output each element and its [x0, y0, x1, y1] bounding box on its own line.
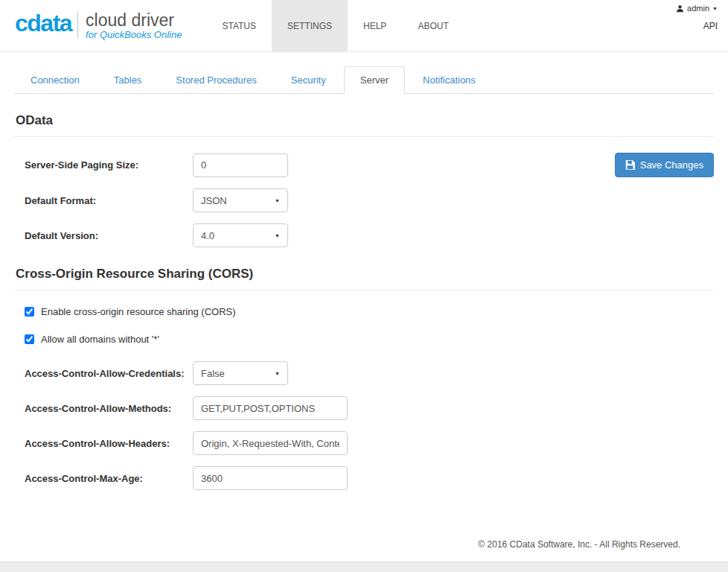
paging-size-label: Server-Side Paging Size: [14, 159, 193, 171]
allow-methods-input[interactable] [193, 396, 348, 420]
save-changes-button[interactable]: Save Changes [615, 153, 714, 177]
paging-size-row: Server-Side Paging Size: Save Changes [14, 153, 714, 177]
default-version-row: Default Version: 4.0 ▼ [14, 223, 714, 247]
allow-headers-input[interactable] [193, 431, 348, 455]
enable-cors-row: Enable cross-origin resource sharing (CO… [25, 306, 714, 317]
chevron-down-icon: ▼ [275, 198, 280, 203]
default-format-row: Default Format: JSON ▼ [14, 188, 714, 212]
allow-methods-label: Access-Control-Allow-Methods: [14, 403, 193, 414]
tab-security[interactable]: Security [275, 66, 342, 94]
navbar: cdata cloud driver for QuickBooks Online… [0, 0, 728, 52]
chevron-down-icon: ▼ [275, 233, 280, 238]
logo-divider [77, 11, 78, 38]
server-settings-panel: OData Server-Side Paging Size: Save Chan… [0, 94, 728, 527]
tab-notifications[interactable]: Notifications [406, 66, 492, 94]
tabs-container: Connection Tables Stored Procedures Secu… [0, 52, 728, 94]
nav-item-label: SETTINGS [287, 21, 332, 31]
user-icon [676, 4, 684, 13]
allow-all-domains-label[interactable]: Allow all domains without '*' [41, 334, 159, 345]
nav-item-label: STATUS [222, 21, 256, 31]
logo-product-text: cloud driver [86, 11, 182, 29]
chevron-down-icon: ▼ [712, 6, 718, 11]
nav-item-about[interactable]: ABOUT [402, 0, 464, 52]
tab-server[interactable]: Server [344, 66, 405, 94]
logo-cdata-text: cdata [15, 11, 71, 41]
settings-tabs: Connection Tables Stored Procedures Secu… [14, 66, 714, 94]
allow-credentials-select[interactable]: False ▼ [193, 361, 288, 385]
nav-item-status[interactable]: STATUS [206, 0, 272, 52]
allow-headers-label: Access-Control-Allow-Headers: [14, 438, 193, 449]
user-dropdown[interactable]: admin ▼ [676, 4, 718, 13]
section-divider [14, 136, 714, 137]
page: cdata cloud driver for QuickBooks Online… [0, 0, 728, 562]
user-name: admin [687, 4, 709, 13]
default-version-select[interactable]: 4.0 ▼ [193, 223, 288, 247]
default-format-label: Default Format: [14, 195, 193, 206]
cors-section-heading: Cross-Origin Resource Sharing (CORS) [16, 267, 712, 282]
main-nav: STATUS SETTINGS HELP ABOUT [206, 0, 464, 51]
navbar-right: admin ▼ API [676, 4, 718, 31]
logo-product-block: cloud driver for QuickBooks Online [86, 11, 182, 40]
nav-item-label: HELP [363, 21, 386, 31]
save-changes-label: Save Changes [640, 159, 703, 171]
save-icon [625, 160, 635, 170]
tab-connection[interactable]: Connection [14, 66, 96, 94]
allow-headers-row: Access-Control-Allow-Headers: [14, 431, 714, 455]
default-format-select[interactable]: JSON ▼ [193, 188, 288, 212]
allow-credentials-label: Access-Control-Allow-Credentials: [14, 368, 193, 379]
tab-stored-procedures[interactable]: Stored Procedures [159, 66, 272, 94]
brand-logo[interactable]: cdata cloud driver for QuickBooks Online [0, 0, 182, 51]
chevron-down-icon: ▼ [275, 371, 280, 376]
tab-tables[interactable]: Tables [98, 66, 159, 94]
default-version-label: Default Version: [14, 230, 193, 241]
odata-section-heading: OData [16, 113, 712, 128]
logo-subtitle-text: for QuickBooks Online [86, 29, 182, 40]
api-link[interactable]: API [676, 21, 718, 31]
nav-item-label: ABOUT [418, 21, 448, 31]
paging-size-input[interactable] [193, 153, 288, 177]
allow-all-domains-checkbox[interactable] [25, 334, 34, 344]
allow-all-domains-row: Allow all domains without '*' [25, 334, 714, 345]
default-format-value: JSON [201, 195, 227, 206]
max-age-input[interactable] [193, 466, 348, 490]
enable-cors-label[interactable]: Enable cross-origin resource sharing (CO… [41, 306, 236, 317]
default-version-value: 4.0 [201, 230, 214, 241]
allow-methods-row: Access-Control-Allow-Methods: [14, 396, 714, 420]
allow-credentials-row: Access-Control-Allow-Credentials: False … [14, 361, 714, 385]
footer-copyright: © 2016 CData Software, Inc. - All Rights… [0, 527, 728, 562]
enable-cors-checkbox[interactable] [25, 307, 34, 317]
max-age-row: Access-Control-Max-Age: [14, 466, 714, 490]
allow-credentials-value: False [201, 368, 225, 379]
section-divider [14, 290, 714, 290]
nav-item-help[interactable]: HELP [348, 0, 402, 52]
max-age-label: Access-Control-Max-Age: [14, 473, 193, 484]
nav-item-settings[interactable]: SETTINGS [272, 0, 348, 52]
